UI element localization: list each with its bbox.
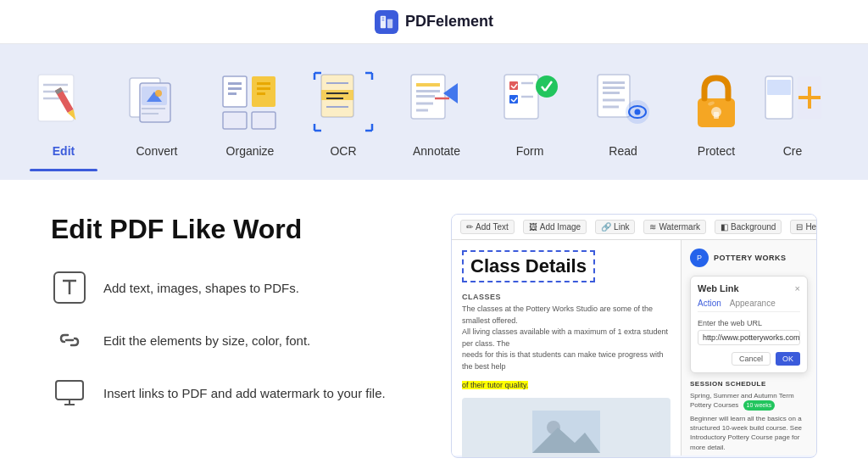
toolbar-item-protect[interactable]: Protect xyxy=(670,53,763,171)
convert-toolbar-icon xyxy=(123,68,191,136)
add-image-label: Add Image xyxy=(540,222,581,232)
pdf-body: The classes at the Pottery Works Studio … xyxy=(462,304,670,372)
svg-rect-36 xyxy=(416,83,440,87)
watermark-label: Watermark xyxy=(659,222,700,232)
header-footer-label: Header&Footer xyxy=(805,222,817,232)
create-toolbar-icon xyxy=(763,68,822,136)
pdf-class-title: Class Details xyxy=(462,250,595,282)
feature-text-link: Insert links to PDF and add watermark to… xyxy=(103,386,386,400)
annotate-toolbar-icon xyxy=(403,68,470,136)
toolbar-item-create[interactable]: Cre xyxy=(763,53,822,171)
svg-rect-37 xyxy=(416,90,440,92)
convert-label: Convert xyxy=(136,144,177,158)
dialog-header: Web Link × xyxy=(698,283,800,293)
app-title: PDFelement xyxy=(405,13,493,31)
ocr-toolbar-icon xyxy=(309,68,377,136)
svg-rect-77 xyxy=(56,381,83,400)
link-label: Link xyxy=(614,222,629,232)
svg-rect-22 xyxy=(252,76,275,107)
svg-rect-58 xyxy=(603,92,620,94)
svg-rect-21 xyxy=(228,92,236,95)
svg-rect-25 xyxy=(257,92,265,95)
svg-point-61 xyxy=(635,109,641,115)
create-label: Cre xyxy=(783,144,803,158)
dialog-title: Web Link xyxy=(698,283,739,293)
background-btn[interactable]: ◧ Background xyxy=(715,220,782,234)
background-label: Background xyxy=(731,222,776,232)
page-title: Edit PDF Like Word xyxy=(51,214,417,245)
ocr-label: OCR xyxy=(330,144,356,158)
svg-rect-44 xyxy=(509,81,518,90)
pdf-preview: ✏ Add Text 🖼 Add Image 🔗 Link ≋ Watermar… xyxy=(451,214,817,458)
pottery-logo: P xyxy=(690,249,709,267)
left-panel: Edit PDF Like Word Add text, images, sha… xyxy=(51,214,417,458)
toolbar-item-edit[interactable]: Edit xyxy=(17,53,110,171)
toolbar-item-form[interactable]: Form xyxy=(483,53,576,171)
tab-action[interactable]: Action xyxy=(698,299,721,308)
add-image-btn[interactable]: 🖼 Add Image xyxy=(523,220,587,234)
right-panel: ✏ Add Text 🖼 Add Image 🔗 Link ≋ Watermar… xyxy=(451,214,817,458)
header-footer-btn[interactable]: ⊟ Header&Footer xyxy=(790,220,817,234)
form-toolbar-icon xyxy=(496,68,564,136)
pdf-editor-toolbar: ✏ Add Text 🖼 Add Image 🔗 Link ≋ Watermar… xyxy=(452,215,816,240)
svg-point-15 xyxy=(155,90,162,97)
feature-item-text: Add text, images, shapes to PDFs. xyxy=(51,269,417,306)
annotate-label: Annotate xyxy=(413,144,460,158)
edit-toolbar-icon xyxy=(30,68,97,136)
svg-rect-24 xyxy=(257,87,270,90)
read-label: Read xyxy=(609,144,637,158)
organize-toolbar-icon xyxy=(216,68,284,136)
classes-label: CLASSES xyxy=(462,293,670,301)
main-content: Edit PDF Like Word Add text, images, sha… xyxy=(0,180,868,475)
toolbar-items-container: Edit Convert xyxy=(17,53,822,171)
toolbar-item-read[interactable]: Read xyxy=(576,53,670,171)
watermark-btn[interactable]: ≋ Watermark xyxy=(643,220,706,234)
add-text-btn[interactable]: ✏ Add Text xyxy=(460,220,515,234)
feature-item-link: Insert links to PDF and add watermark to… xyxy=(51,374,417,411)
feature-text-add: Add text, images, shapes to PDFs. xyxy=(103,281,299,295)
svg-rect-3 xyxy=(382,20,385,20)
logo-icon xyxy=(379,14,394,30)
svg-rect-1 xyxy=(387,19,392,28)
monitor-icon xyxy=(51,374,88,411)
pdf-photo-placeholder xyxy=(462,398,670,458)
svg-rect-20 xyxy=(228,87,242,90)
svg-rect-27 xyxy=(252,112,275,129)
session-label: SESSION SCHEDULE xyxy=(690,380,808,388)
session-sub-text: Beginner will learn all the basics on a … xyxy=(690,414,808,452)
session-schedule-area: SESSION SCHEDULE Spring, Summer and Autu… xyxy=(690,380,808,452)
svg-rect-19 xyxy=(228,82,242,85)
app-header: PDFelement xyxy=(0,0,868,44)
main-toolbar: Edit Convert xyxy=(0,44,868,180)
session-text: Spring, Summer and Autumn Term Pottery C… xyxy=(690,391,808,411)
svg-rect-38 xyxy=(416,95,435,98)
text-icon xyxy=(51,269,88,306)
ok-button[interactable]: OK xyxy=(776,352,800,366)
toolbar-item-organize[interactable]: Organize xyxy=(203,53,297,171)
svg-rect-57 xyxy=(603,87,625,89)
toolbar-item-annotate[interactable]: Annotate xyxy=(390,53,483,171)
pdf-content-area: Class Details CLASSES The classes at the… xyxy=(452,240,816,455)
pottery-name: POTTERY WORKS xyxy=(714,254,787,262)
protect-toolbar-icon xyxy=(682,68,750,136)
toolbar-item-convert[interactable]: Convert xyxy=(110,53,203,171)
web-link-dialog: Web Link × Action Appearance Enter the w… xyxy=(690,276,808,373)
link-btn[interactable]: 🔗 Link xyxy=(595,220,635,234)
url-input[interactable]: http://www.potteryworks.com xyxy=(698,330,800,345)
svg-rect-69 xyxy=(767,80,791,95)
edit-label: Edit xyxy=(53,144,75,158)
read-toolbar-icon xyxy=(589,68,657,136)
url-field-label: Enter the web URL xyxy=(698,319,800,327)
feature-list: Add text, images, shapes to PDFs. Edit t… xyxy=(51,269,417,411)
svg-rect-2 xyxy=(382,17,385,18)
tab-appearance[interactable]: Appearance xyxy=(730,299,776,308)
svg-rect-26 xyxy=(223,112,247,129)
svg-rect-66 xyxy=(714,112,719,119)
cancel-button[interactable]: Cancel xyxy=(732,352,771,366)
dialog-close-btn[interactable]: × xyxy=(795,283,800,293)
add-text-label: Add Text xyxy=(476,222,509,232)
svg-rect-55 xyxy=(598,75,630,117)
pdf-highlight: of their tutor quality. xyxy=(462,381,528,389)
dialog-tabs: Action Appearance xyxy=(698,299,800,312)
toolbar-item-ocr[interactable]: OCR xyxy=(297,53,390,171)
